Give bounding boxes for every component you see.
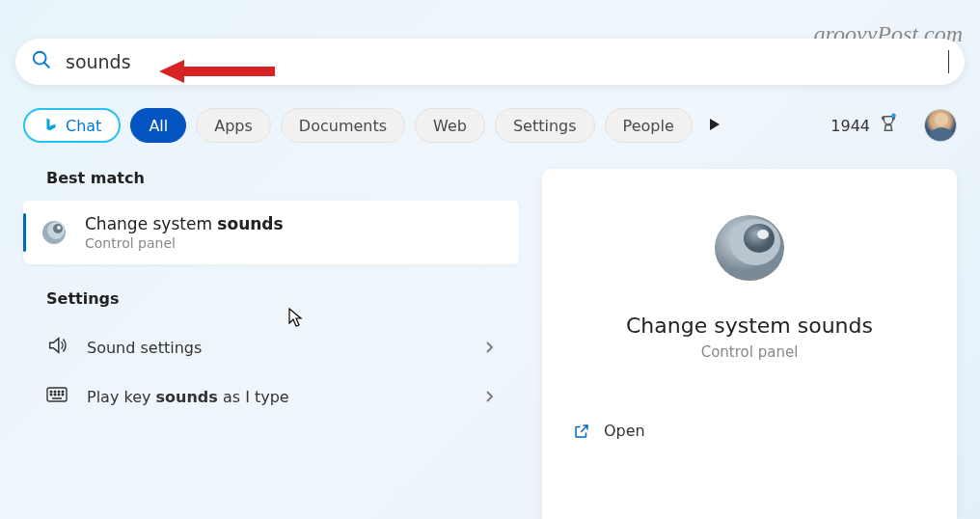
svg-marker-3 (710, 119, 720, 130)
trophy-icon (878, 113, 899, 138)
filter-row: Chat All Apps Documents Web Settings Peo… (23, 106, 957, 145)
speaker-icon (39, 217, 69, 248)
settings-heading: Settings (46, 289, 519, 308)
svg-point-10 (50, 391, 52, 393)
cursor-icon (287, 307, 305, 332)
svg-point-0 (34, 52, 46, 65)
keyboard-icon (46, 387, 68, 406)
tab-all[interactable]: All (130, 108, 186, 143)
rewards-points[interactable]: 1944 (830, 113, 899, 138)
svg-line-1 (44, 63, 50, 68)
svg-marker-2 (159, 60, 275, 83)
chevron-right-icon (484, 388, 496, 406)
chat-label: Chat (66, 117, 101, 135)
settings-item-sound[interactable]: Sound settings (23, 321, 519, 373)
result-subtitle: Control panel (85, 235, 284, 251)
settings-item-label: Sound settings (87, 339, 202, 357)
tab-apps[interactable]: Apps (196, 108, 271, 143)
svg-point-8 (57, 226, 61, 230)
svg-point-16 (58, 394, 60, 396)
settings-item-label: Play key sounds as I type (87, 388, 289, 406)
tab-documents[interactable]: Documents (281, 108, 405, 143)
annotation-arrow (159, 58, 275, 89)
speaker-icon-large (705, 202, 794, 294)
search-bar[interactable]: sounds (15, 39, 965, 85)
text-caret (948, 50, 949, 73)
tab-people[interactable]: People (605, 108, 693, 143)
svg-point-11 (54, 391, 56, 393)
best-match-result[interactable]: Change system sounds Control panel (23, 201, 519, 264)
volume-icon (46, 335, 68, 360)
search-icon (31, 49, 52, 74)
svg-point-12 (58, 391, 60, 393)
bing-icon (42, 117, 60, 134)
open-icon (573, 423, 590, 440)
open-label: Open (604, 422, 645, 440)
content-area: Best match Change system sounds Control … (0, 169, 980, 519)
settings-item-keysounds[interactable]: Play key sounds as I type (23, 373, 519, 420)
preview-pane: Change system sounds Control panel Open (542, 169, 957, 519)
result-title: Change system sounds (85, 214, 284, 233)
best-match-heading: Best match (46, 169, 519, 187)
svg-point-15 (54, 394, 56, 396)
preview-title: Change system sounds (626, 314, 873, 338)
tab-web[interactable]: Web (415, 108, 485, 143)
user-avatar[interactable] (924, 109, 957, 142)
open-action[interactable]: Open (565, 403, 934, 440)
results-pane: Best match Change system sounds Control … (23, 169, 519, 519)
svg-point-14 (50, 394, 52, 396)
svg-point-13 (62, 391, 64, 393)
more-tabs-icon[interactable] (708, 117, 721, 135)
svg-point-22 (757, 230, 769, 239)
chevron-right-icon (484, 339, 496, 357)
points-value: 1944 (830, 117, 870, 135)
chat-button[interactable]: Chat (23, 108, 121, 143)
svg-point-17 (62, 394, 64, 396)
tab-settings[interactable]: Settings (495, 108, 595, 143)
preview-subtitle: Control panel (701, 343, 799, 361)
svg-point-4 (891, 113, 896, 118)
svg-point-21 (744, 224, 775, 253)
